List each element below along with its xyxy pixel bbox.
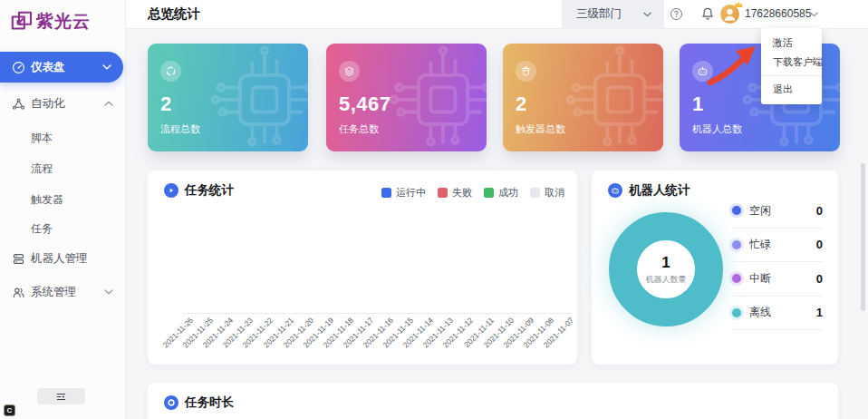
scrollbar-thumb[interactable] xyxy=(861,163,865,311)
x-axis-labels: 2021-11-262021-11-252021-11-242021-11-23… xyxy=(148,316,577,363)
system-manage-icon xyxy=(12,286,25,299)
legend-swatch xyxy=(484,188,494,198)
robot-legend-dot xyxy=(732,240,741,249)
duration-icon xyxy=(167,398,176,407)
stat-card-label: 流程总数 xyxy=(160,122,200,136)
user-dropdown-menu: 激活下载客户端退出 xyxy=(761,28,822,104)
ring-icon xyxy=(164,395,178,410)
sidebar-item-dashboard[interactable]: 仪表盘 xyxy=(0,52,123,83)
menu-fold-icon xyxy=(55,391,67,403)
legend-label: 成功 xyxy=(498,186,518,200)
menu-item-logout[interactable]: 退出 xyxy=(761,80,822,99)
sidebar-item-label: 系统管理 xyxy=(31,285,76,300)
stat-card-icon-wrap xyxy=(160,61,181,82)
robot-legend-dot xyxy=(732,308,741,317)
chevron-up-icon xyxy=(104,101,113,106)
app-root: 紫光云 仪表盘自动化脚本流程触发器任务机器人管理系统管理 C 总览统计 三级部门… xyxy=(0,0,868,419)
task-duration-panel: 任务时长 xyxy=(148,383,838,419)
stat-card-1[interactable]: 2流程总数 xyxy=(148,44,308,151)
automation-icon xyxy=(12,97,25,111)
brand-logo-icon xyxy=(10,10,34,34)
legend-item[interactable]: 取消 xyxy=(530,186,564,200)
help-icon[interactable] xyxy=(670,7,683,21)
robot-legend: 空闲0忙碌0中断0离线1 xyxy=(732,194,823,330)
legend-label: 失败 xyxy=(452,186,472,200)
brand-logo[interactable]: 紫光云 xyxy=(10,10,91,34)
bell-icon[interactable] xyxy=(700,6,715,21)
chevron-down-icon xyxy=(104,289,113,295)
department-label: 三级部门 xyxy=(576,0,622,28)
robot-legend-row[interactable]: 空闲0 xyxy=(732,194,823,229)
page-title: 总览统计 xyxy=(148,0,200,28)
legend-label: 运行中 xyxy=(396,186,426,200)
task-duration-title: 任务时长 xyxy=(185,395,234,411)
stat-card-value: 2 xyxy=(160,93,172,116)
legend-swatch xyxy=(530,188,540,198)
stat-card-2[interactable]: 5,467任务总数 xyxy=(326,44,487,151)
dashboard-icon xyxy=(12,61,25,74)
legend-label: 取消 xyxy=(545,186,564,200)
task-stats-panel: 任务统计 运行中失败成功取消 2021-11-262021-11-252021-… xyxy=(148,171,577,365)
sidebar-item-label: 自动化 xyxy=(31,96,65,112)
robot-legend-dot xyxy=(732,206,741,215)
stat-card-3[interactable]: 2触发器总数 xyxy=(503,44,663,151)
robot-legend-value: 1 xyxy=(816,306,823,319)
username[interactable]: 17628660585 xyxy=(745,0,811,28)
stat-card-value: 2 xyxy=(516,93,527,116)
sidebar-item-automation[interactable]: 自动化 xyxy=(0,92,125,115)
stat-card-label: 机器人总数 xyxy=(692,122,742,136)
legend-item[interactable]: 成功 xyxy=(484,186,518,200)
browser-extension-badge: C xyxy=(4,404,15,416)
robot-icon xyxy=(608,183,622,198)
robot-legend-row[interactable]: 忙碌0 xyxy=(732,229,823,263)
sidebar-item-trigger[interactable]: 触发器 xyxy=(0,188,125,211)
sidebar-item-robot-manage[interactable]: 机器人管理 xyxy=(0,247,125,270)
sidebar-item-task[interactable]: 任务 xyxy=(0,217,125,240)
menu-item-activate[interactable]: 激活 xyxy=(761,34,822,53)
department-selector[interactable]: 三级部门 xyxy=(562,0,664,28)
robot-legend-row[interactable]: 离线1 xyxy=(732,297,823,331)
sidebar-item-script[interactable]: 脚本 xyxy=(0,126,125,150)
sidebar-item-label: 流程 xyxy=(31,161,53,177)
trigger-total-icon xyxy=(520,65,532,77)
robot-legend-label: 忙碌 xyxy=(749,237,816,252)
stat-card-icon-wrap xyxy=(339,61,360,82)
sidebar-item-label: 仪表盘 xyxy=(31,60,65,75)
robot-legend-label: 中断 xyxy=(749,271,816,287)
legend-item[interactable]: 失败 xyxy=(438,186,472,200)
sidebar-item-label: 触发器 xyxy=(31,192,63,208)
robot-stats-title: 机器人统计 xyxy=(629,182,690,199)
sidebar-item-label: 脚本 xyxy=(31,131,53,146)
stat-card-label: 触发器总数 xyxy=(516,122,565,136)
legend-item[interactable]: 运行中 xyxy=(381,186,426,200)
sidebar-collapse-button[interactable] xyxy=(37,388,85,404)
robot-stats-panel: 机器人统计 1 机器人数量 空闲0忙碌0中断0离线1 xyxy=(592,171,838,365)
robot-stats-header: 机器人统计 xyxy=(608,182,690,199)
robot-legend-value: 0 xyxy=(816,238,823,251)
robot-legend-label: 空闲 xyxy=(749,203,816,219)
circuit-watermark-icon xyxy=(389,45,487,151)
topbar: 总览统计 三级部门 17628660585 xyxy=(125,0,868,29)
crown-icon xyxy=(734,1,743,8)
sidebar-item-system-manage[interactable]: 系统管理 xyxy=(0,280,125,304)
menu-item-download-client[interactable]: 下载客户端 xyxy=(761,53,822,72)
task-duration-header: 任务时长 xyxy=(164,395,234,411)
sidebar-item-label: 机器人管理 xyxy=(31,251,88,267)
task-chart-legend: 运行中失败成功取消 xyxy=(381,186,564,200)
flow-total-icon xyxy=(165,65,177,77)
robot-legend-row[interactable]: 中断0 xyxy=(732,262,823,297)
play-icon xyxy=(167,186,176,195)
task-stats-header: 任务统计 xyxy=(164,182,234,199)
legend-swatch xyxy=(381,188,391,198)
robot-donut-chart[interactable] xyxy=(609,212,723,326)
task-stats-title: 任务统计 xyxy=(185,182,234,199)
robot-legend-value: 0 xyxy=(816,272,823,286)
chevron-down-icon[interactable] xyxy=(810,12,818,17)
sidebar-item-flow[interactable]: 流程 xyxy=(0,157,125,180)
stat-card-icon-wrap xyxy=(692,61,713,82)
stat-card-label: 任务总数 xyxy=(339,122,379,136)
robot-stat-icon xyxy=(611,186,620,195)
play-icon xyxy=(164,183,178,198)
sidebar-item-label: 任务 xyxy=(31,221,53,237)
robot-legend-value: 0 xyxy=(816,204,823,218)
